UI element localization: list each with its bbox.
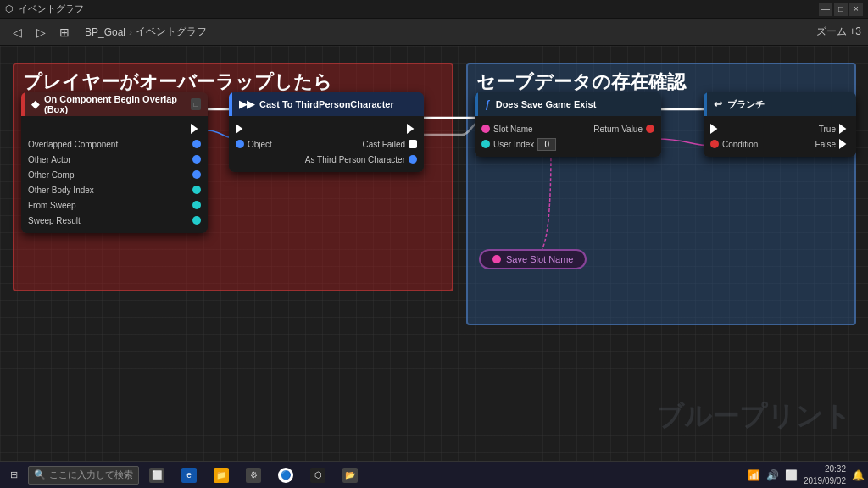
pin-row-condition: Condition False [704,136,856,152]
task-view-button[interactable]: ⬜ [142,464,171,486]
pin-overlapped[interactable] [192,140,201,148]
node-on-component-begin-overlap[interactable]: ◆ On Component Begin Overlap (Box) □ Ove… [21,92,208,233]
pin-other-actor[interactable] [192,155,201,164]
date: 2019/09/02 [804,475,846,487]
node-does-save-game-exist[interactable]: ƒ Does Save Game Exist Slot Name Return … [475,92,661,157]
blueprint-canvas[interactable]: プレイヤーがオーバーラップしたら セーブデータの存在確認 ◆ On Compon… [0,46,868,461]
search-placeholder: ここに入力して検索 [49,469,133,481]
start-button[interactable]: ⊞ [3,464,25,486]
pin-object[interactable] [236,140,244,148]
pin-return-right: Return Value [593,125,654,134]
volume-icon[interactable]: 🔊 [766,469,780,482]
toolbar: ◁ ▷ ⊞ BP_Goal › イベントグラフ ズーム +3 [0,19,868,46]
folder-icon: 📁 [214,468,229,483]
pin-label-false: False [815,140,836,149]
pin-label-body-index: Other Body Index [28,186,94,195]
file-explorer[interactable]: 📁 [207,464,236,486]
pin-row-sweep-result: Sweep Result [21,213,208,228]
pin-cast-failed[interactable] [409,140,417,148]
node-branch-header: ↩ ブランチ [704,92,856,116]
event-icon: ◆ [31,98,39,110]
cast-exec-in [236,124,246,134]
node-corner[interactable]: □ [191,98,201,110]
pin-label-user: User Index [493,140,534,149]
clock[interactable]: 20:32 2019/09/02 [804,463,846,487]
pin-body-index[interactable] [192,186,201,194]
pin-return[interactable] [646,125,654,133]
pin-sweep-result[interactable] [192,216,201,225]
function-icon: ƒ [485,98,491,110]
save-slot-name-node[interactable]: Save Slot Name [479,249,587,269]
pin-other-comp[interactable] [192,170,201,179]
chrome-browser[interactable]: 🔵 [271,464,300,486]
pin-label-overlapped: Overlapped Component [28,140,118,149]
unreal-icon-taskbar: ⬡ [310,468,326,483]
windows-icon: ⊞ [10,469,18,480]
settings-icon: ⚙ [246,468,261,483]
title-text: イベントグラフ [19,3,84,15]
branch-true-right: True [819,124,849,134]
node-branch-title: ブランチ [727,98,765,111]
pin-from-sweep[interactable] [192,201,201,209]
extra-app[interactable]: 📂 [336,464,364,486]
title-bar-left: ⬡ イベントグラフ [5,3,84,15]
node-save-title: Does Save Game Exist [496,99,597,109]
blueprint-grid-icon[interactable]: ⊞ [54,22,75,42]
save-slot-label: Save Slot Name [506,254,573,264]
node-cast-to-third-person[interactable]: ▶▶ Cast To ThirdPersonCharacter Object C… [229,92,424,172]
pin-row-other-comp: Other Comp [21,167,208,182]
pin-as-char[interactable] [409,155,417,164]
user-index-input[interactable] [537,138,556,151]
save-slot-pin[interactable] [492,255,501,263]
pin-row-other-actor: Other Actor [21,152,208,167]
pin-cast-failed-right: Cast Failed [362,140,417,149]
pin-exec-out[interactable] [191,124,201,134]
minimize-button[interactable]: — [819,3,832,16]
pin-label-return: Return Value [593,125,643,134]
pin-user[interactable] [481,140,490,148]
edge-browser[interactable]: e [175,464,203,486]
canvas-watermark: ブループリント [656,398,851,435]
breadcrumb: BP_Goal › イベントグラフ [85,25,207,39]
unreal-icon: ⬡ [5,3,14,14]
search-bar[interactable]: 🔍 ここに入力して検索 [28,466,139,485]
taskbar-right: 📶 🔊 ⬜ 20:32 2019/09/02 🔔 [748,463,865,487]
back-button[interactable]: ◁ [7,22,27,42]
pin-row-branch-exec: True [704,121,856,136]
node-overlap-title: On Component Begin Overlap (Box) [44,94,186,114]
network-icon[interactable]: 📶 [748,469,761,482]
pin-label-true: True [819,125,836,134]
pin-cond-left: Condition [710,140,758,149]
pin-label-object: Object [248,140,272,149]
node-overlap-header: ◆ On Component Begin Overlap (Box) □ [21,92,208,116]
notification-icon[interactable]: 🔔 [851,469,865,482]
node-cast-header: ▶▶ Cast To ThirdPersonCharacter [229,92,424,116]
pin-label-sweep-result: Sweep Result [28,216,81,225]
breadcrumb-separator: › [129,26,132,38]
settings-app[interactable]: ⚙ [239,464,268,486]
pin-row-object: Object Cast Failed [229,136,424,152]
node-save-body: Slot Name Return Value User Index [475,116,661,157]
node-overlap-body: Overlapped Component Other Actor Other C… [21,116,208,233]
edge-icon: e [181,468,197,483]
node-branch-body: True Condition False [704,116,856,157]
search-icon: 🔍 [34,469,46,480]
pin-condition[interactable] [710,140,719,148]
pin-slot[interactable] [481,125,490,133]
pin-label-from-sweep: From Sweep [28,201,76,210]
unreal-engine-app[interactable]: ⬡ [303,464,332,486]
pin-false[interactable] [839,139,849,149]
node-branch[interactable]: ↩ ブランチ True Condition False [704,92,856,157]
title-bar: ⬡ イベントグラフ — □ × [0,0,868,19]
forward-button[interactable]: ▷ [31,22,51,42]
extra-app-icon: 📂 [342,468,358,483]
task-view-icon: ⬜ [149,468,164,483]
maximize-button[interactable]: □ [834,3,848,16]
pin-label-slot: Slot Name [493,125,533,134]
pin-as-char-right: As Third Person Character [305,155,417,164]
pin-object-left: Object [236,140,272,149]
breadcrumb-event-graph[interactable]: イベントグラフ [136,25,207,39]
pin-true[interactable] [839,124,849,134]
breadcrumb-bp-goal[interactable]: BP_Goal [85,26,125,38]
close-button[interactable]: × [849,3,863,16]
